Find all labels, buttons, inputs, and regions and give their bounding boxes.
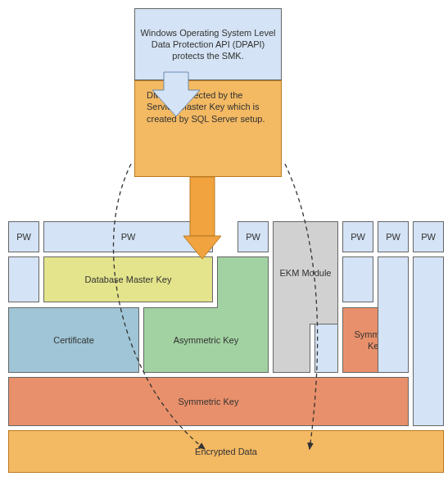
- pw-label: PW: [386, 231, 400, 243]
- col-lightblue-ekm-gap: [315, 324, 338, 373]
- encrypted-data-box: Encrypted Data: [8, 430, 444, 473]
- ekm-module-label: EKM Module: [280, 267, 332, 279]
- asymmetric-key-label: Asymmetric Key: [174, 334, 238, 346]
- dmk-box: DMK is protected by the Service Master K…: [134, 80, 282, 177]
- pw-box-2: PW: [43, 221, 213, 252]
- dpapi-box: Windows Operating System Level Data Prot…: [134, 8, 282, 80]
- dpapi-text: Windows Operating System Level Data Prot…: [138, 27, 278, 62]
- symmetric-key-wide-box: Symmetric Key: [8, 377, 409, 426]
- pw-label: PW: [351, 231, 365, 243]
- symmetric-key-wide-label: Symmetric Key: [179, 396, 239, 407]
- ekm-module-box: EKM Module: [273, 221, 338, 324]
- encrypted-data-label: Encrypted Data: [195, 446, 257, 457]
- pw-box-6: PW: [413, 221, 444, 252]
- pw-box-5: PW: [378, 221, 409, 252]
- pw-label: PW: [121, 231, 136, 243]
- pw-label: PW: [246, 231, 260, 243]
- pw-label: PW: [16, 231, 31, 243]
- col-lightblue-6: [413, 256, 444, 426]
- col-lightblue-4: [342, 256, 373, 302]
- certificate-box: Certificate: [8, 307, 139, 373]
- col-lightblue-1: [8, 256, 39, 302]
- asymmetric-key-box: Asymmetric Key: [143, 307, 269, 373]
- database-master-key-box: Database Master Key: [43, 256, 213, 302]
- dmk-text: DMK is protected by the Service Master K…: [147, 89, 269, 125]
- pw-box-4: PW: [342, 221, 373, 252]
- pw-label: PW: [421, 231, 436, 243]
- col-lightblue-5: [378, 256, 409, 373]
- pw-box-3: PW: [238, 221, 269, 252]
- database-master-key-label: Database Master Key: [85, 274, 172, 285]
- pw-box-1: PW: [8, 221, 39, 252]
- certificate-label: Certificate: [53, 334, 94, 346]
- ekm-module-notch: [273, 324, 310, 373]
- encryption-hierarchy-diagram: Windows Operating System Level Data Prot…: [0, 0, 448, 481]
- asymmetric-key-notch: [217, 256, 269, 308]
